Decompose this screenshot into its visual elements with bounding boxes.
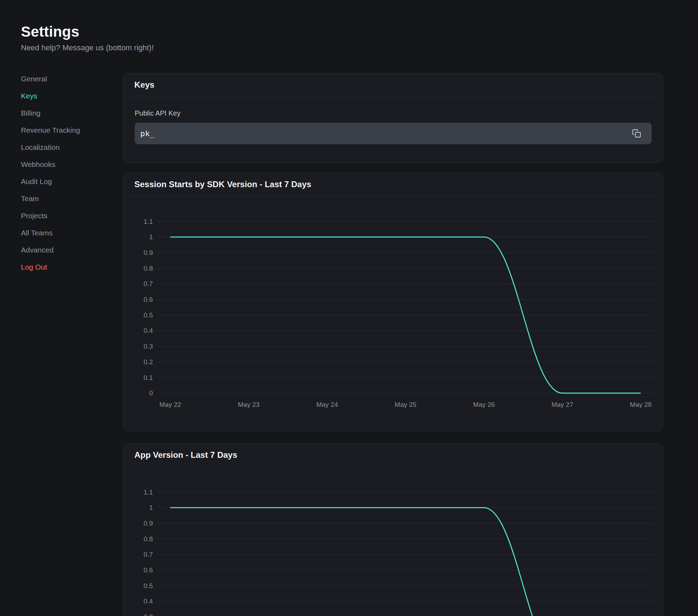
- sidebar-item-keys[interactable]: Keys: [21, 92, 115, 100]
- y-axis-tick-label: 0.6: [144, 296, 153, 303]
- sidebar-item-audit-log[interactable]: Audit Log: [21, 177, 115, 185]
- y-axis-tick-label: 1: [149, 504, 153, 511]
- page-title: Settings: [21, 23, 79, 41]
- series-line: [170, 508, 641, 616]
- x-axis-tick-label: May 26: [473, 401, 495, 408]
- main-content: Keys Public API Key pk_: [123, 0, 663, 616]
- y-axis-tick-label: 1.1: [144, 218, 153, 225]
- y-axis-tick-label: 0.7: [144, 280, 153, 287]
- sidebar-item-webhooks[interactable]: Webhooks: [21, 160, 115, 168]
- x-axis-tick-label: May 24: [316, 401, 338, 408]
- keys-card-body: Public API Key pk_: [124, 96, 663, 144]
- y-axis-tick-label: 0.4: [144, 597, 153, 605]
- keys-card: Keys Public API Key pk_: [123, 73, 663, 163]
- chart-canvas: 1.110.90.80.70.60.50.40.30.20.10May 22Ma…: [124, 467, 663, 616]
- y-axis-tick-label: 0.5: [144, 582, 153, 589]
- app-version-chart: 1.110.90.80.70.60.50.40.30.20.10May 22Ma…: [124, 467, 663, 616]
- sdk-version-chart: 1.110.90.80.70.60.50.40.30.20.10May 22Ma…: [124, 196, 663, 432]
- sidebar-item-projects[interactable]: Projects: [21, 212, 115, 220]
- api-key-field[interactable]: pk_: [135, 123, 652, 144]
- y-axis-tick-label: 0.6: [144, 566, 153, 574]
- keys-card-header: Keys: [124, 74, 663, 96]
- copy-button[interactable]: [631, 127, 643, 139]
- y-axis-tick-label: 1: [149, 233, 153, 241]
- x-axis-tick-label: May 25: [395, 401, 416, 408]
- api-key-label: Public API Key: [135, 109, 652, 117]
- y-axis-tick-label: 0.8: [144, 535, 153, 543]
- y-axis-tick-label: 0.5: [144, 311, 153, 319]
- x-axis-tick-label: May 23: [238, 401, 260, 408]
- sdk-chart-title: Session Starts by SDK Version - Last 7 D…: [134, 179, 311, 189]
- sdk-chart-header: Session Starts by SDK Version - Last 7 D…: [124, 173, 663, 196]
- y-axis-tick-label: 0.9: [144, 520, 153, 527]
- copy-icon: [632, 129, 641, 138]
- api-key-value: pk_: [140, 129, 155, 138]
- y-axis-tick-label: 0.3: [144, 343, 153, 350]
- app-chart-header: App Version - Last 7 Days: [124, 444, 663, 467]
- sidebar-item-team[interactable]: Team: [21, 195, 115, 203]
- y-axis-tick-label: 0.2: [144, 358, 153, 366]
- x-axis-tick-label: May 27: [551, 401, 573, 408]
- y-axis-tick-label: 0.9: [144, 249, 153, 256]
- sidebar-item-all-teams[interactable]: All Teams: [21, 229, 115, 237]
- y-axis-tick-label: 1.1: [144, 489, 153, 496]
- keys-card-title: Keys: [134, 80, 154, 89]
- y-axis-tick-label: 0.3: [144, 613, 153, 616]
- sdk-version-chart-card: Session Starts by SDK Version - Last 7 D…: [123, 173, 663, 431]
- chart-canvas: 1.110.90.80.70.60.50.40.30.20.10May 22Ma…: [124, 196, 663, 432]
- y-axis-tick-label: 0.1: [144, 374, 153, 381]
- settings-page: Settings Need help? Message us (bottom r…: [0, 0, 698, 616]
- settings-sidebar: GeneralKeysBillingRevenue TrackingLocali…: [21, 75, 115, 280]
- sidebar-item-billing[interactable]: Billing: [21, 109, 115, 117]
- app-chart-title: App Version - Last 7 Days: [134, 450, 237, 460]
- app-version-chart-card: App Version - Last 7 Days 1.110.90.80.70…: [123, 443, 663, 616]
- sidebar-item-advanced[interactable]: Advanced: [21, 246, 115, 254]
- x-axis-tick-label: May 22: [159, 401, 181, 408]
- sidebar-item-localization[interactable]: Localization: [21, 143, 115, 151]
- sidebar-item-log-out[interactable]: Log Out: [21, 263, 115, 271]
- sidebar-item-general[interactable]: General: [21, 75, 115, 83]
- y-axis-tick-label: 0.8: [144, 265, 153, 272]
- y-axis-tick-label: 0.4: [144, 327, 153, 334]
- sidebar-item-revenue-tracking[interactable]: Revenue Tracking: [21, 126, 115, 134]
- y-axis-tick-label: 0.7: [144, 551, 153, 558]
- x-axis-tick-label: May 28: [630, 401, 652, 408]
- y-axis-tick-label: 0: [149, 389, 153, 397]
